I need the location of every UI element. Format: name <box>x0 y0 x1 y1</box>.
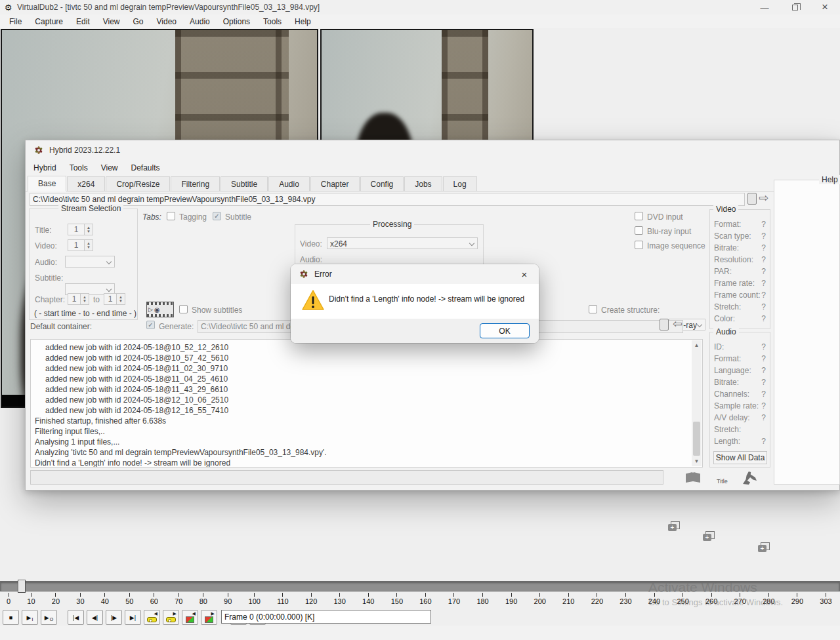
minimize-button[interactable]: — <box>750 0 779 14</box>
processing-video-dropdown[interactable]: x264 <box>327 237 478 249</box>
preview-filmstrip-icon[interactable]: ▷ ◉ <box>146 302 174 317</box>
add-to-jobs-icon[interactable] <box>668 521 680 531</box>
scroll-down-icon[interactable]: ▼ <box>692 456 702 466</box>
bluray-input-checkbox[interactable] <box>635 226 643 235</box>
log-output-area[interactable]: added new job with id 2024-05-18@10_52_1… <box>30 339 703 468</box>
stop-icon: ■ <box>9 614 12 621</box>
tab-base[interactable]: Base <box>28 176 66 191</box>
frame-status-text: Frame 0 (0:00:00.000) [K] <box>224 612 314 622</box>
tick-mark <box>539 593 540 597</box>
virtualdub-titlebar[interactable]: ⚙ VirtualDub2 - [tivtc 50 and ml degrain… <box>0 0 840 14</box>
chapter-from-spinbox[interactable]: 1▲▼ <box>68 293 89 305</box>
spin-arrows-icon[interactable]: ▲▼ <box>85 224 93 235</box>
arrow-left-icon[interactable]: ⇦ <box>673 318 682 330</box>
timeline-tick: 0 <box>7 593 10 605</box>
audio-info-legend: Audio <box>713 327 739 336</box>
scene-icon <box>186 616 194 623</box>
info-row: Frame rate:? <box>710 277 770 289</box>
import-file-icon[interactable] <box>747 193 757 205</box>
go-to-start-button[interactable]: |◀ <box>68 610 84 625</box>
menu-item[interactable]: Hybrid <box>27 163 63 172</box>
go-to-end-button[interactable]: ▶| <box>125 610 141 625</box>
tagging-checkbox[interactable] <box>167 212 175 220</box>
add-all-jobs-icon[interactable] <box>758 542 770 552</box>
spin-arrows-icon[interactable]: ▲▼ <box>117 293 125 305</box>
chapter-to-spinbox[interactable]: 1▲▼ <box>104 293 125 305</box>
load-file-arrow-icon[interactable]: ⇨ <box>759 192 768 204</box>
job-queue-book-icon[interactable] <box>686 472 700 483</box>
tab-jobs[interactable]: Jobs <box>404 176 442 191</box>
close-button[interactable]: × <box>810 0 839 14</box>
ok-button[interactable]: OK <box>480 323 530 338</box>
stop-button[interactable]: ■ <box>3 610 19 625</box>
tick-mark <box>31 593 32 597</box>
menu-item[interactable]: Help <box>288 17 318 26</box>
worker-icon[interactable] <box>742 471 757 485</box>
log-scrollbar[interactable]: ▲ ▼ <box>692 340 702 466</box>
tab-config[interactable]: Config <box>360 176 404 191</box>
menu-item[interactable]: View <box>96 17 127 26</box>
tab-x264[interactable]: x264 <box>67 176 105 191</box>
menu-item[interactable]: Edit <box>70 17 96 26</box>
tab-filtering[interactable]: Filtering <box>171 176 220 191</box>
timeline-tick: 230 <box>620 593 631 605</box>
subtitle-tab-checkbox[interactable]: ✓ <box>213 212 221 220</box>
create-structure-checkbox[interactable] <box>589 305 597 313</box>
info-row: Sample rate:? <box>710 400 770 412</box>
tab-audio[interactable]: Audio <box>268 176 310 191</box>
menu-item[interactable]: Audio <box>183 17 217 26</box>
scroll-up-icon[interactable]: ▲ <box>692 340 702 350</box>
tick-mark <box>228 593 228 597</box>
menu-item[interactable]: Go <box>127 17 150 26</box>
menu-item[interactable]: Video <box>150 17 183 26</box>
show-all-data-button[interactable]: Show All Data <box>713 451 767 464</box>
tab-subtitle[interactable]: Subtitle <box>220 176 268 191</box>
generate-checkbox[interactable]: ✓ <box>146 321 155 329</box>
menu-item[interactable]: Options <box>217 17 257 26</box>
virtualdub-app-icon: ⚙ <box>3 3 13 12</box>
menu-item[interactable]: Capture <box>28 17 70 26</box>
input-file-path-field[interactable]: C:\Video\tivtc 50 and ml degrain tempPre… <box>30 193 745 206</box>
hybrid-titlebar[interactable]: Hybrid 2023.12.22.1 <box>26 140 839 160</box>
video-spinbox[interactable]: 1▲▼ <box>68 239 93 251</box>
prev-keyframe-button[interactable]: ◀ <box>144 610 160 625</box>
error-dialog-titlebar[interactable]: Error × <box>291 264 539 284</box>
tab-log[interactable]: Log <box>443 176 477 191</box>
spin-arrows-icon[interactable]: ▲▼ <box>81 293 89 305</box>
frame-status-field: Frame 0 (0:00:00.000) [K] <box>221 610 431 624</box>
tick-label: 100 <box>249 597 261 605</box>
step-back-button[interactable]: ◀| <box>87 610 103 625</box>
log-line: added new job with id 2024-05-18@12_16_5… <box>35 405 689 416</box>
menu-item[interactable]: View <box>94 163 125 172</box>
play-input-button[interactable]: ▶I <box>22 610 38 625</box>
timeline-thumb[interactable] <box>18 580 26 593</box>
play-output-button[interactable]: ▶O <box>41 610 57 625</box>
spin-arrows-icon[interactable]: ▲▼ <box>85 239 93 251</box>
dialog-close-button[interactable]: × <box>516 267 532 281</box>
dvd-input-checkbox[interactable] <box>635 212 643 220</box>
menu-item[interactable]: Tools <box>257 17 288 26</box>
next-keyframe-button[interactable]: ▶ <box>163 610 179 625</box>
timeline-tick: 160 <box>419 593 431 605</box>
menu-item[interactable]: Tools <box>63 163 94 172</box>
hybrid-app-icon <box>299 269 309 279</box>
title-spinbox[interactable]: 1▲▼ <box>68 224 93 235</box>
prev-scene-button[interactable]: ◀ <box>182 610 198 625</box>
menu-item[interactable]: Defaults <box>125 163 167 172</box>
tab-crop-resize[interactable]: Crop/Resize <box>106 176 170 191</box>
paste-icon[interactable] <box>660 319 669 330</box>
log-line: Filtering input files,.. <box>35 426 689 437</box>
restore-button[interactable] <box>780 0 809 14</box>
step-forward-button[interactable]: |▶ <box>106 610 122 625</box>
audio-stream-dropdown[interactable] <box>65 256 115 268</box>
tick-mark <box>453 593 454 597</box>
scrollbar-thumb[interactable] <box>693 422 700 456</box>
next-scene-button[interactable]: ▶ <box>201 610 217 625</box>
tabs-row-label: Tabs: <box>142 212 161 222</box>
add-title-job-icon[interactable] <box>703 531 715 541</box>
info-row: ID:? <box>710 341 770 353</box>
image-sequence-checkbox[interactable] <box>635 241 643 249</box>
menu-item[interactable]: File <box>3 17 28 26</box>
tab-chapter[interactable]: Chapter <box>310 176 360 191</box>
show-subtitles-checkbox[interactable] <box>179 305 188 313</box>
